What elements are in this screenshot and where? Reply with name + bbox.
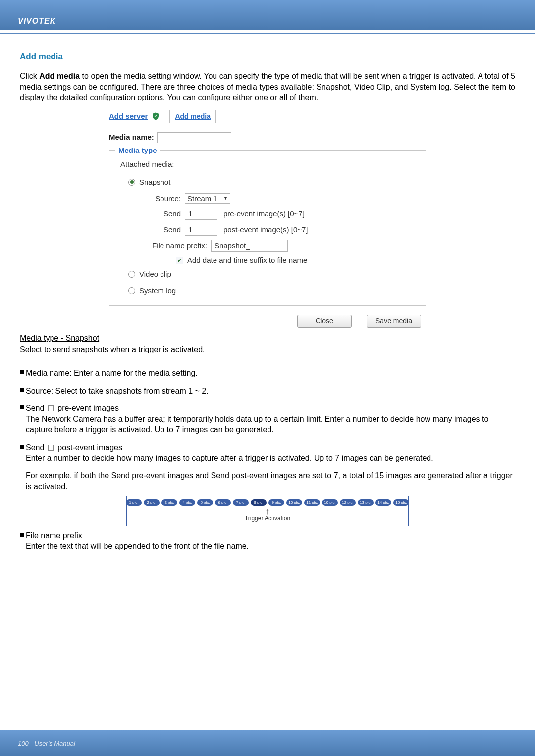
post-event-body: Enter a number to decide how many images… — [26, 453, 515, 464]
bullet-media-name: Media name: Enter a name for the media s… — [20, 368, 515, 379]
trigger-pill: 8 pic. — [251, 499, 267, 506]
trigger-diagram: 1 pic.2 pic.3 pic.4 pic.5 pic.6 pic.7 pi… — [126, 496, 409, 526]
snapshot-radio-row[interactable]: Snapshot — [128, 177, 418, 187]
bullet-body: Source: Select to take snapshots from st… — [26, 386, 515, 397]
source-row: Source: Stream 1 ▼ — [152, 193, 418, 204]
system-log-radio[interactable] — [128, 287, 135, 294]
trigger-pill: 10 pic. — [322, 499, 338, 506]
trigger-pill: 1 pic. — [126, 499, 142, 506]
trigger-pill: 10 pic. — [286, 499, 302, 506]
add-server-link[interactable]: Add server — [109, 111, 148, 121]
post-text: post-event image(s) [0~7] — [223, 225, 308, 235]
inline-checkbox-icon — [48, 405, 54, 411]
pre-row: Send 1 pre-event image(s) [0~7] — [152, 208, 418, 220]
source-label: Source: — [152, 194, 181, 203]
media-name-input[interactable] — [157, 132, 231, 143]
trigger-pill: 15 pic. — [393, 499, 409, 506]
pre-event-body: The Network Camera has a buffer area; it… — [26, 414, 515, 435]
bullet-body: File name prefix Enter the text that wil… — [26, 530, 515, 552]
source-select[interactable]: Stream 1 ▼ — [185, 193, 230, 204]
trigger-label: Trigger Activation — [245, 514, 290, 522]
trigger-pill: 9 pic. — [268, 499, 284, 506]
chevron-down-icon: ▼ — [221, 195, 228, 201]
trigger-pill: 7 pic. — [233, 499, 249, 506]
square-bullet-icon — [20, 403, 26, 435]
prefix-label: File name prefix: — [152, 241, 207, 251]
bullet-body: Send post-event images Enter a number to… — [26, 442, 515, 492]
pre-text: pre-event image(s) [0~7] — [223, 209, 305, 219]
send-label-post: Send — [152, 225, 181, 235]
tabs-row: Add server Add media — [109, 106, 426, 129]
post-event-example: For example, if both the Send pre-event … — [26, 470, 515, 492]
snapshot-radio[interactable] — [128, 179, 135, 186]
bullet-list: Media name: Enter a name for the media s… — [20, 368, 515, 492]
trigger-pill: 14 pic. — [375, 499, 391, 506]
trigger-pill: 6 pic. — [215, 499, 231, 506]
snapshot-radio-label: Snapshot — [139, 177, 170, 187]
post-row: Send 1 post-event image(s) [0~7] — [152, 224, 418, 236]
trigger-pill: 2 pic. — [144, 499, 160, 506]
media-type-fieldset: Media type Attached media: Snapshot Sour… — [109, 150, 426, 306]
page: VIVOTEK Add media Click Add media to ope… — [0, 0, 535, 756]
square-bullet-icon — [20, 368, 26, 379]
media-dialog: Add server Add media Media name: Media t… — [109, 106, 426, 331]
square-bullet-icon — [20, 530, 26, 552]
trigger-pill: 3 pic. — [161, 499, 177, 506]
intro-paragraph: Click Add media to open the media settin… — [20, 71, 515, 103]
header-bar: VIVOTEK — [0, 0, 535, 30]
post-count-input[interactable]: 1 — [185, 224, 217, 236]
shield-icon — [151, 111, 160, 121]
media-type-legend: Media type — [115, 146, 160, 155]
media-name-label: Media name: — [109, 132, 154, 142]
trigger-pill: 4 pic. — [179, 499, 195, 506]
trigger-pill: 12 pic. — [340, 499, 356, 506]
section-title: Add media — [20, 51, 515, 63]
prefix-head: File name prefix — [26, 531, 82, 540]
prefix-body: Enter the text that will be appended to … — [26, 541, 515, 552]
close-button[interactable]: Close — [297, 315, 352, 328]
trigger-pill: 13 pic. — [358, 499, 374, 506]
attached-label: Attached media: — [120, 159, 418, 169]
inline-checkbox-icon — [48, 445, 54, 451]
prefix-input[interactable]: Snapshot_ — [211, 240, 288, 252]
video-clip-label: Video clip — [139, 269, 171, 279]
send-label-pre: Send — [152, 209, 181, 219]
bullet-body: Send pre-event images The Network Camera… — [26, 403, 515, 435]
square-bullet-icon — [20, 386, 26, 397]
media-name-row: Media name: — [109, 132, 426, 143]
system-log-radio-row[interactable]: System log — [128, 286, 418, 296]
save-media-button[interactable]: Save media — [367, 315, 421, 328]
bullet-source: Source: Select to take snapshots from st… — [20, 386, 515, 397]
suffix-checkbox[interactable] — [176, 257, 183, 264]
media-type-snapshot-line: Select to send snapshots when a trigger … — [20, 344, 515, 355]
prefix-row: File name prefix: Snapshot_ — [152, 240, 418, 252]
bullet-list-2: File name prefix Enter the text that wil… — [20, 530, 515, 552]
bullet-prefix: File name prefix Enter the text that wil… — [20, 530, 515, 552]
pre-count-input[interactable]: 1 — [185, 208, 217, 220]
dialog-buttons: Close Save media — [109, 313, 426, 331]
video-clip-radio[interactable] — [128, 271, 135, 278]
media-type-snapshot-head: Media type - Snapshot — [20, 333, 515, 344]
content-area: Add media Click Add media to open the me… — [0, 34, 535, 552]
brand-logo: VIVOTEK — [18, 17, 56, 26]
bullet-post-event: Send post-event images Enter a number to… — [20, 442, 515, 492]
add-media-bold: Add media — [39, 72, 80, 80]
suffix-cb-row[interactable]: Add date and time suffix to file name — [176, 255, 418, 265]
footer-bar: 100 - User's Manual — [0, 730, 535, 756]
trigger-pills: 1 pic.2 pic.3 pic.4 pic.5 pic.6 pic.7 pi… — [126, 499, 409, 506]
bullet-pre-event: Send pre-event images The Network Camera… — [20, 403, 515, 435]
trigger-pill: 11 pic. — [304, 499, 320, 506]
add-media-tab[interactable]: Add media — [169, 110, 216, 123]
suffix-checkbox-label: Add date and time suffix to file name — [187, 255, 307, 265]
bullet-body: Media name: Enter a name for the media s… — [26, 368, 515, 379]
trigger-pill: 5 pic. — [197, 499, 213, 506]
source-select-value: Stream 1 — [187, 194, 217, 203]
square-bullet-icon — [20, 442, 26, 492]
footer-text: 100 - User's Manual — [18, 740, 75, 747]
video-clip-radio-row[interactable]: Video clip — [128, 269, 418, 279]
dialog-wrap: Add server Add media Media name: Media t… — [20, 106, 515, 331]
system-log-label: System log — [139, 286, 176, 296]
